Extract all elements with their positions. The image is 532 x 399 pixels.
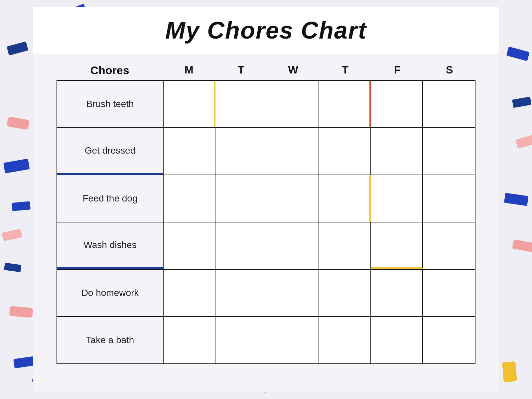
table-row: Feed the dog	[57, 175, 475, 222]
cell-5-f[interactable]	[371, 270, 423, 316]
svg-rect-4	[7, 116, 30, 130]
cell-2-t2[interactable]	[319, 128, 371, 175]
cell-3-t1[interactable]	[215, 175, 267, 222]
svg-rect-7	[13, 356, 36, 368]
svg-rect-6	[9, 306, 33, 318]
cell-3-w[interactable]	[267, 175, 319, 222]
cell-4-m[interactable]	[164, 222, 215, 269]
svg-rect-16	[512, 239, 532, 252]
chore-label-3: Feed the dog	[57, 175, 164, 222]
cell-4-s[interactable]	[423, 222, 475, 269]
svg-rect-13	[512, 96, 532, 108]
cell-2-w[interactable]	[267, 128, 319, 175]
cell-5-s[interactable]	[423, 270, 475, 316]
cell-3-t2[interactable]	[319, 175, 371, 222]
cell-5-w[interactable]	[267, 270, 319, 316]
cell-6-m[interactable]	[164, 317, 215, 363]
cell-4-f[interactable]	[371, 222, 423, 269]
chart-body: Brush teeth Get dressed	[57, 80, 475, 364]
svg-rect-15	[515, 134, 532, 149]
svg-rect-0	[7, 41, 28, 56]
cell-1-t1[interactable]	[215, 81, 267, 127]
chore-label-6: Take a bath	[57, 317, 164, 363]
cell-4-t1[interactable]	[215, 222, 267, 269]
cell-1-s[interactable]	[423, 81, 475, 127]
cell-1-m[interactable]	[164, 81, 215, 127]
cell-3-m[interactable]	[164, 175, 215, 222]
svg-rect-12	[506, 47, 530, 61]
cell-3-s[interactable]	[423, 175, 475, 222]
chore-label-4: Wash dishes	[57, 222, 164, 269]
day-header-t2: T	[319, 64, 371, 77]
cell-6-t2[interactable]	[319, 317, 371, 363]
chart-wrapper: Chores M T W T F S Brush teeth	[57, 64, 475, 392]
cell-6-f[interactable]	[371, 317, 423, 363]
cell-6-t1[interactable]	[215, 317, 267, 363]
svg-rect-14	[504, 193, 528, 206]
page-title: My Chores Chart	[40, 17, 492, 44]
chore-label-2: Get dressed	[57, 128, 164, 175]
day-header-m: M	[163, 64, 215, 77]
day-header-f: F	[371, 64, 424, 77]
cell-6-w[interactable]	[267, 317, 319, 363]
title-bar: My Chores Chart	[33, 7, 499, 54]
cell-5-m[interactable]	[164, 270, 215, 316]
cell-6-s[interactable]	[423, 317, 475, 363]
table-row: Wash dishes	[57, 222, 475, 270]
svg-rect-11	[502, 361, 517, 382]
table-row: Take a bath	[57, 317, 475, 363]
cell-5-t1[interactable]	[215, 270, 267, 316]
table-row: Do homework	[57, 270, 475, 317]
svg-rect-2	[12, 201, 31, 211]
svg-rect-1	[3, 159, 30, 174]
cell-1-w[interactable]	[267, 81, 319, 127]
cell-3-f[interactable]	[371, 175, 423, 222]
cell-2-t1[interactable]	[215, 128, 267, 175]
chore-label-1: Brush teeth	[57, 81, 164, 127]
table-row: Brush teeth	[57, 81, 475, 128]
chore-label-5: Do homework	[57, 270, 164, 316]
cell-4-w[interactable]	[267, 222, 319, 269]
day-header-w: W	[267, 64, 319, 77]
main-container: My Chores Chart Chores M T W T F S Brush…	[33, 7, 499, 392]
cell-2-m[interactable]	[164, 128, 215, 175]
cell-1-f[interactable]	[371, 81, 423, 127]
cell-5-t2[interactable]	[319, 270, 371, 316]
cell-2-f[interactable]	[371, 128, 423, 175]
chart-header: Chores M T W T F S	[57, 64, 475, 80]
svg-rect-5	[2, 229, 22, 241]
day-header-t1: T	[215, 64, 267, 77]
cell-4-t2[interactable]	[319, 222, 371, 269]
day-header-s: S	[423, 64, 475, 77]
svg-rect-3	[4, 263, 22, 272]
table-row: Get dressed	[57, 128, 475, 175]
chores-column-header: Chores	[57, 64, 163, 77]
cell-1-t2[interactable]	[319, 81, 371, 127]
cell-2-s[interactable]	[423, 128, 475, 175]
